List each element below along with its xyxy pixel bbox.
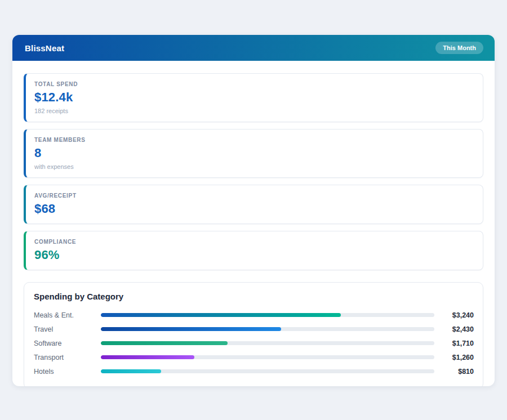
bar-track [101, 327, 434, 331]
bar-fill [101, 341, 228, 345]
category-row-hotels: Hotels $810 [34, 364, 474, 378]
category-label: Software [34, 339, 101, 347]
chart-title: Spending by Category [34, 292, 474, 301]
category-value: $3,240 [434, 311, 474, 319]
stat-value: 96% [34, 248, 474, 262]
category-row-transport: Transport $1,260 [34, 350, 474, 364]
bar-track [101, 355, 434, 359]
bar-fill [101, 327, 281, 331]
stat-card-avg-receipt: AVG/RECEIPT $68 [24, 185, 483, 224]
stat-value: 8 [34, 146, 474, 160]
app-title: BlissNeat [25, 43, 64, 53]
stat-subtext: 182 receipts [34, 108, 474, 114]
stat-value: $12.4k [34, 90, 474, 105]
category-label: Transport [34, 354, 101, 361]
category-row-software: Software $1,710 [34, 336, 474, 350]
stat-label: TEAM MEMBERS [34, 137, 474, 143]
category-label: Meals & Ent. [34, 311, 101, 319]
category-value: $2,430 [434, 325, 474, 333]
category-label: Travel [34, 325, 101, 333]
bar-fill [101, 355, 194, 359]
dashboard-body: TOTAL SPEND $12.4k 182 receipts TEAM MEM… [12, 61, 495, 386]
category-value: $810 [434, 368, 474, 376]
stat-label: TOTAL SPEND [34, 81, 474, 87]
category-value: $1,260 [434, 354, 474, 361]
month-filter-badge[interactable]: This Month [435, 42, 483, 54]
stat-subtext: with expenses [34, 163, 474, 170]
stat-card-team-members: TEAM MEMBERS 8 with expenses [24, 129, 483, 178]
app-header: BlissNeat This Month [12, 35, 495, 61]
bar-fill [101, 369, 161, 373]
bar-track [101, 341, 434, 345]
bar-fill [101, 313, 341, 317]
category-row-travel: Travel $2,430 [34, 322, 474, 336]
spending-by-category-card: Spending by Category Meals & Ent. $3,240… [24, 282, 483, 386]
bar-track [101, 313, 434, 317]
stat-label: AVG/RECEIPT [34, 193, 474, 199]
stat-value: $68 [34, 202, 474, 216]
category-value: $1,710 [434, 339, 474, 347]
stat-card-total-spend: TOTAL SPEND $12.4k 182 receipts [24, 73, 483, 122]
bar-track [101, 369, 434, 373]
stat-card-compliance: COMPLIANCE 96% [24, 231, 483, 270]
stat-label: COMPLIANCE [34, 239, 474, 245]
page-background: BlissNeat This Month TOTAL SPEND $12.4k … [0, 0, 507, 420]
dashboard-card: BlissNeat This Month TOTAL SPEND $12.4k … [12, 35, 495, 386]
category-label: Hotels [34, 368, 101, 376]
category-row-meals: Meals & Ent. $3,240 [34, 308, 474, 322]
